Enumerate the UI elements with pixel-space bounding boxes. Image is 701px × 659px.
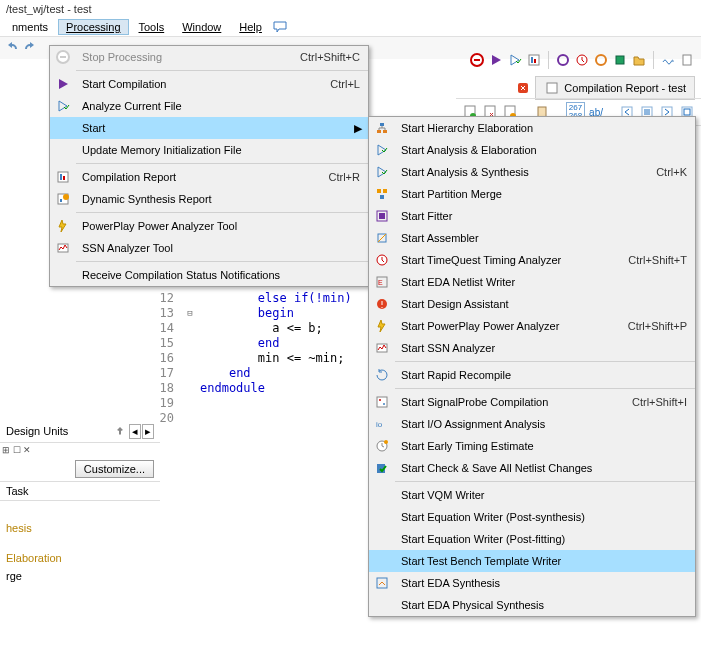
menu-powerplay[interactable]: PowerPlay Power Analyzer Tool — [50, 215, 368, 237]
left-panel: Design Units ◂ ▸ ⊞ ☐ ✕ Customize... Task… — [0, 420, 160, 585]
svg-rect-35 — [377, 189, 381, 193]
svg-rect-4 — [534, 59, 536, 63]
svg-point-30 — [63, 194, 69, 200]
sm-eda-phys-synth[interactable]: Start EDA Physical Synthesis — [369, 594, 695, 616]
svg-rect-37 — [380, 195, 384, 199]
code-editor[interactable]: 12 else if(!min) 13⊟ begin 14 a <= b; 15… — [140, 290, 352, 425]
sm-analysis-elab[interactable]: Start Analysis & Elaboration — [369, 139, 695, 161]
sm-assembler[interactable]: Start Assembler — [369, 227, 695, 249]
svg-rect-32 — [380, 123, 384, 126]
svg-rect-3 — [531, 57, 533, 63]
undo-icon[interactable] — [4, 40, 20, 56]
sm-rapid-recompile[interactable]: Start Rapid Recompile — [369, 364, 695, 386]
redo-icon[interactable] — [22, 40, 38, 56]
window-title: /test_wj/test - test — [0, 0, 701, 18]
sm-check-save-netlist[interactable]: Start Check & Save All Netlist Changes — [369, 457, 695, 479]
sm-io-assignment[interactable]: ioStart I/O Assignment Analysis — [369, 413, 695, 435]
report-tab-icon — [544, 80, 560, 96]
menu-window[interactable]: Window — [174, 19, 229, 35]
svg-rect-22 — [684, 109, 690, 115]
gear-purple-icon[interactable] — [555, 52, 571, 68]
menu-stop-processing: Stop Processing Ctrl+Shift+C — [50, 46, 368, 68]
menu-compilation-report[interactable]: Compilation Report Ctrl+R — [50, 166, 368, 188]
svg-rect-46 — [377, 397, 387, 407]
processing-menu: Stop Processing Ctrl+Shift+C Start Compi… — [49, 45, 369, 287]
menu-update-memory[interactable]: Update Memory Initialization File — [50, 139, 368, 161]
svg-rect-33 — [377, 130, 381, 133]
svg-rect-39 — [379, 213, 385, 219]
menu-assignments[interactable]: nments — [4, 19, 56, 35]
menu-tools[interactable]: Tools — [131, 19, 173, 35]
sm-vqm-writer[interactable]: Start VQM Writer — [369, 484, 695, 506]
svg-rect-9 — [683, 55, 691, 65]
customize-button[interactable]: Customize... — [75, 460, 154, 478]
svg-point-7 — [596, 55, 606, 65]
sm-analysis-synth[interactable]: Start Analysis & SynthesisCtrl+K — [369, 161, 695, 183]
task-header: Task — [0, 482, 160, 501]
pin-icon[interactable] — [112, 423, 128, 439]
start-submenu: Start Hierarchy Elaboration Start Analys… — [368, 116, 696, 617]
menu-processing[interactable]: Processing — [58, 19, 128, 35]
folder-icon[interactable] — [631, 52, 647, 68]
sm-eda-netlist[interactable]: EStart EDA Netlist Writer — [369, 271, 695, 293]
svg-rect-24 — [60, 56, 66, 58]
gear-orange-icon[interactable] — [593, 52, 609, 68]
svg-text:io: io — [376, 420, 383, 429]
menu-help[interactable]: Help — [231, 19, 270, 35]
svg-rect-53 — [377, 578, 387, 588]
sm-partition-merge[interactable]: Start Partition Merge — [369, 183, 695, 205]
sm-powerplay-analyzer[interactable]: Start PowerPlay Power AnalyzerCtrl+Shift… — [369, 315, 695, 337]
close-tab-icon[interactable] — [515, 80, 531, 96]
design-units-tab[interactable]: Design Units ◂ ▸ — [0, 420, 160, 443]
sm-timequest[interactable]: Start TimeQuest Timing AnalyzerCtrl+Shif… — [369, 249, 695, 271]
menu-start-submenu[interactable]: Start ▶ — [50, 117, 368, 139]
menu-receive-notifications[interactable]: Receive Compilation Status Notifications — [50, 264, 368, 286]
svg-rect-27 — [63, 176, 65, 180]
nav-rge[interactable]: rge — [0, 567, 160, 585]
sm-signalprobe[interactable]: Start SignalProbe CompilationCtrl+Shift+… — [369, 391, 695, 413]
menu-ssn-tool[interactable]: SSN Analyzer Tool — [50, 237, 368, 259]
nav-hesis[interactable]: hesis — [0, 519, 160, 537]
sm-eq-writer-fit[interactable]: Start Equation Writer (Post-fitting) — [369, 528, 695, 550]
svg-text:E: E — [378, 279, 383, 286]
menu-dyn-synth-report[interactable]: Dynamic Synthesis Report — [50, 188, 368, 210]
sm-fitter[interactable]: Start Fitter — [369, 205, 695, 227]
sm-eda-synth[interactable]: Start EDA Synthesis — [369, 572, 695, 594]
svg-point-48 — [383, 403, 385, 405]
report-icon[interactable] — [526, 52, 542, 68]
svg-rect-36 — [383, 189, 387, 193]
speech-bubble-icon[interactable] — [272, 19, 288, 35]
sm-early-timing[interactable]: Start Early Timing Estimate — [369, 435, 695, 457]
svg-rect-11 — [547, 83, 557, 93]
svg-point-51 — [384, 440, 388, 444]
play-icon[interactable] — [488, 52, 504, 68]
doc-icon[interactable] — [679, 52, 695, 68]
svg-rect-1 — [474, 59, 480, 61]
svg-point-47 — [379, 399, 381, 401]
svg-rect-29 — [60, 199, 62, 202]
svg-rect-8 — [616, 56, 624, 64]
chip-icon[interactable] — [612, 52, 628, 68]
sm-design-assistant[interactable]: Start Design Assistant — [369, 293, 695, 315]
wave-icon[interactable] — [660, 52, 676, 68]
check-play-icon[interactable] — [507, 52, 523, 68]
svg-rect-26 — [60, 174, 62, 180]
tab-compilation-report[interactable]: Compilation Report - test — [535, 76, 695, 100]
sm-hierarchy-elab[interactable]: Start Hierarchy Elaboration — [369, 117, 695, 139]
sm-eq-writer-synth[interactable]: Start Equation Writer (Post-synthesis) — [369, 506, 695, 528]
menu-analyze-file[interactable]: Analyze Current File — [50, 95, 368, 117]
panel-icons: ⊞ ☐ ✕ — [0, 443, 160, 457]
menubar: nments Processing Tools Window Help — [0, 18, 701, 36]
stop-icon[interactable] — [469, 52, 485, 68]
svg-point-5 — [558, 55, 568, 65]
sm-ssn-analyzer[interactable]: Start SSN Analyzer — [369, 337, 695, 359]
clock-red-icon[interactable] — [574, 52, 590, 68]
menu-start-compilation[interactable]: Start Compilation Ctrl+L — [50, 73, 368, 95]
nav-elaboration[interactable]: Elaboration — [0, 549, 160, 567]
svg-rect-34 — [383, 130, 387, 133]
sm-testbench-writer[interactable]: Start Test Bench Template Writer — [369, 550, 695, 572]
